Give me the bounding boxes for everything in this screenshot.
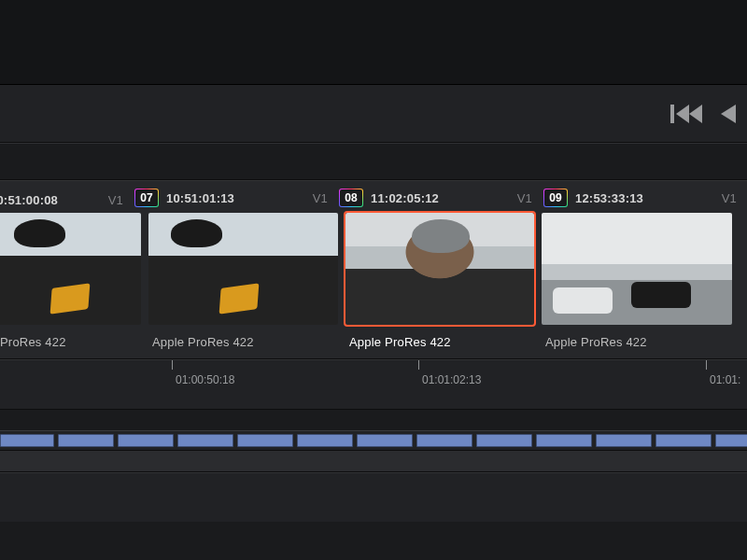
ruler-tick-label: 01:00:50:18 — [176, 373, 234, 386]
clip-track-label: V1 — [313, 191, 328, 205]
clip-header: 10:51:00:08V1 — [0, 193, 127, 207]
clip-track-label: V1 — [108, 193, 123, 207]
clip-number-badge: 07 — [134, 189, 159, 207]
video-track-lane[interactable] — [0, 430, 747, 451]
play-reverse-icon — [719, 104, 736, 124]
svg-marker-3 — [721, 105, 736, 123]
clip-track-label: V1 — [517, 191, 532, 205]
ruler-tick-label: 01:01:02:13 — [422, 373, 481, 386]
timeline-clip-segment[interactable] — [476, 434, 532, 447]
bottom-bar — [0, 472, 747, 522]
clip-thumbnail-cell[interactable] — [0, 209, 145, 329]
lightbox-strip: 10:51:00:08V10710:51:01:13V10811:02:05:1… — [0, 180, 747, 359]
clip-thumbnail-cell[interactable] — [342, 209, 538, 329]
timeline-clip-segment[interactable] — [58, 434, 114, 447]
timeline-clip-segment[interactable] — [118, 434, 174, 447]
skip-back-icon — [670, 104, 702, 124]
ruler-tick-label: 01:01: — [710, 373, 740, 386]
timeline-clip-segment[interactable] — [655, 434, 712, 447]
ruler-tick: 01:01:02:13 — [418, 360, 481, 409]
clip-number-badge: 09 — [543, 189, 568, 207]
svg-rect-0 — [670, 105, 674, 123]
clip-timecode: 10:51:01:13 — [166, 191, 234, 205]
ruler-tick: 01:01: — [706, 360, 740, 409]
clip-timecode: 10:51:00:08 — [0, 193, 58, 207]
clip-timecode: 11:02:05:12 — [371, 191, 439, 205]
timeline-clip-segment[interactable] — [416, 434, 472, 447]
gap-area — [0, 143, 747, 180]
clip-codec-label: Apple ProRes 422 — [145, 329, 342, 355]
play-reverse-button[interactable] — [719, 104, 736, 124]
clip-header: 0710:51:01:13V1 — [127, 189, 331, 207]
svg-marker-2 — [689, 105, 702, 123]
clip-timecode: 12:53:33:13 — [575, 191, 643, 205]
clip-thumbnail[interactable] — [345, 213, 534, 325]
timeline-clip-segment[interactable] — [596, 434, 652, 447]
timeline-clip-segment[interactable] — [0, 434, 54, 447]
timeline-clip-segment[interactable] — [177, 434, 233, 447]
clip-thumbnail-cell[interactable] — [145, 209, 342, 329]
timeline-clip-segment[interactable] — [237, 434, 293, 447]
svg-marker-1 — [676, 105, 689, 123]
ruler-tick: 01:00:50:18 — [172, 360, 234, 409]
timeline-ruler[interactable]: 01:00:50:1801:01:02:1301:01: — [0, 359, 747, 410]
clip-thumbnail[interactable] — [148, 213, 338, 325]
timeline-clip-segment[interactable] — [536, 434, 592, 447]
clip-thumbnail[interactable] — [0, 213, 141, 325]
clip-codec-label: Apple ProRes 422 — [538, 329, 736, 355]
clip-header: 0912:53:33:13V1 — [536, 189, 740, 207]
clip-header: 0811:02:05:12V1 — [331, 189, 536, 207]
clip-codec-label: ProRes 422 — [0, 329, 145, 355]
clip-thumbnail-cell[interactable] — [538, 209, 736, 329]
clip-number-badge: 08 — [339, 189, 363, 207]
clip-track-label: V1 — [722, 191, 737, 205]
clip-codec-label: Apple ProRes 422 — [342, 329, 538, 355]
timeline-tracks — [0, 430, 747, 472]
timeline-clip-segment[interactable] — [297, 434, 353, 447]
clip-thumbnail[interactable] — [542, 213, 732, 325]
timeline-clip-segment[interactable] — [715, 434, 747, 447]
transport-bar — [0, 85, 747, 143]
skip-back-button[interactable] — [670, 104, 702, 124]
timeline-clip-segment[interactable] — [357, 434, 413, 447]
top-empty-area — [0, 0, 747, 85]
